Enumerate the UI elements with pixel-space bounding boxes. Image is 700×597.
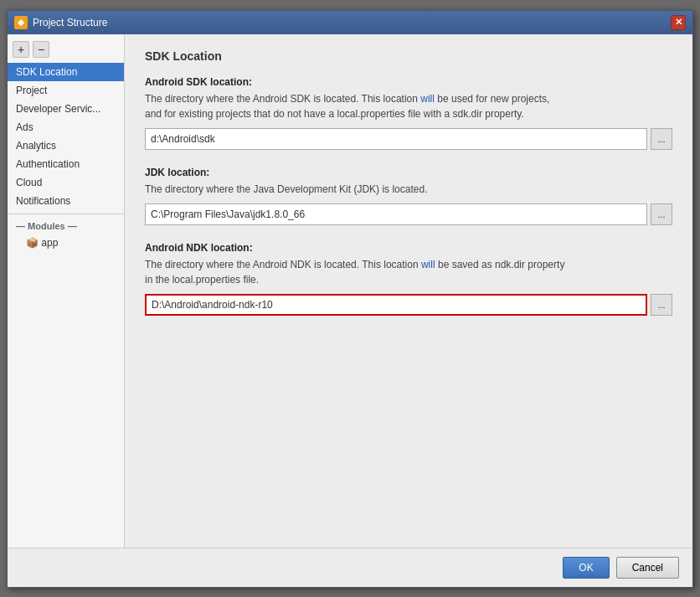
android-sdk-input-row: ... <box>145 128 672 150</box>
jdk-browse-button[interactable]: ... <box>651 203 672 225</box>
title-bar-left: ◆ Project Structure <box>14 16 107 29</box>
android-ndk-label: Android NDK location: <box>145 242 672 254</box>
android-sdk-field-group: Android SDK location: The directory wher… <box>145 76 672 150</box>
window-icon: ◆ <box>14 16 28 29</box>
android-ndk-field-group: Android NDK location: The directory wher… <box>145 242 672 316</box>
android-ndk-browse-button[interactable]: ... <box>651 294 672 316</box>
android-sdk-description: The directory where the Android SDK is l… <box>145 91 672 121</box>
add-button[interactable]: + <box>13 41 29 58</box>
title-bar: ◆ Project Structure ✕ <box>8 11 692 34</box>
sidebar-item-developer-services[interactable]: Developer Servic... <box>8 100 124 118</box>
sidebar-item-project[interactable]: Project <box>8 81 124 100</box>
main-content: SDK Location Android SDK location: The d… <box>125 34 692 548</box>
android-ndk-description: The directory where the Android NDK is l… <box>145 257 672 287</box>
ok-button[interactable]: OK <box>563 557 609 579</box>
sidebar-item-analytics[interactable]: Analytics <box>8 136 124 155</box>
android-ndk-input-row: ... <box>145 294 672 316</box>
remove-button[interactable]: − <box>33 41 49 58</box>
jdk-field-group: JDK location: The directory where the Ja… <box>145 167 672 225</box>
jdk-label: JDK location: <box>145 167 672 178</box>
sidebar-item-notifications[interactable]: Notifications <box>8 192 124 210</box>
android-sdk-input[interactable] <box>145 128 647 150</box>
sidebar-divider <box>8 214 124 214</box>
dialog-body: + − SDK Location Project Developer Servi… <box>8 34 692 548</box>
close-button[interactable]: ✕ <box>671 15 686 30</box>
sidebar-item-sdk-location[interactable]: SDK Location <box>8 63 124 81</box>
sidebar-item-cloud[interactable]: Cloud <box>8 173 124 192</box>
window-title: Project Structure <box>33 17 107 28</box>
android-sdk-label: Android SDK location: <box>145 76 672 88</box>
modules-label: — Modules — <box>8 218 124 234</box>
sidebar-item-ads[interactable]: Ads <box>8 118 124 136</box>
sidebar: + − SDK Location Project Developer Servi… <box>8 34 125 548</box>
sidebar-toolbar: + − <box>8 39 124 63</box>
project-structure-dialog: ◆ Project Structure ✕ + − SDK Location P… <box>7 10 693 588</box>
jdk-description: The directory where the Java Development… <box>145 182 672 197</box>
jdk-input[interactable] <box>145 203 647 225</box>
will-highlight-1: will <box>420 93 435 105</box>
sidebar-item-app[interactable]: 📦 app <box>8 234 124 251</box>
will-highlight-2: will <box>421 259 435 270</box>
jdk-input-row: ... <box>145 203 672 225</box>
sidebar-item-authentication[interactable]: Authentication <box>8 155 124 173</box>
dialog-footer: OK Cancel <box>8 548 692 587</box>
android-sdk-browse-button[interactable]: ... <box>651 128 672 150</box>
android-ndk-input[interactable] <box>145 294 647 316</box>
cancel-button[interactable]: Cancel <box>616 557 679 579</box>
section-title: SDK Location <box>145 49 672 63</box>
